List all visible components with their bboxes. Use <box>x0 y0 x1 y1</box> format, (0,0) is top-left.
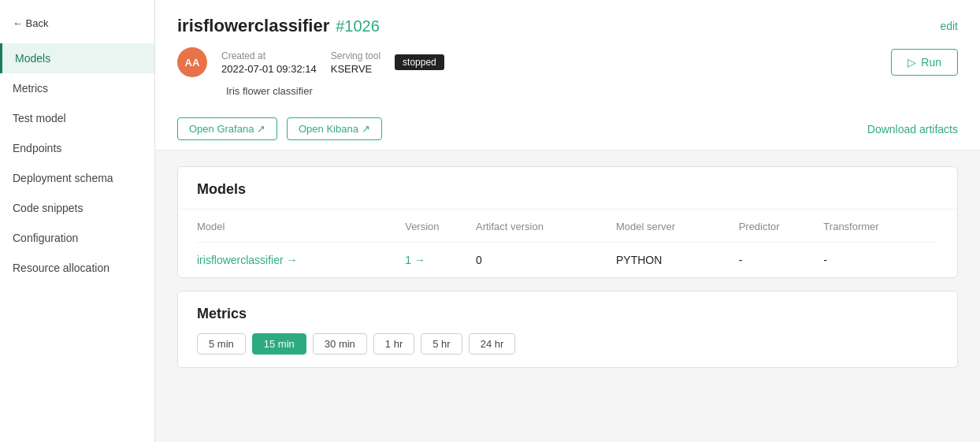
time-tabs: 5 min 15 min 30 min 1 hr 5 hr 24 hr <box>178 333 957 367</box>
cell-predictor: - <box>739 243 824 278</box>
metrics-card-title: Metrics <box>178 292 957 333</box>
main-content: irisflowerclassifier #1026 edit AA Creat… <box>155 0 980 442</box>
time-tab-5hr[interactable]: 5 hr <box>421 333 462 355</box>
model-id: #1026 <box>336 17 380 35</box>
cell-version: 1 → <box>405 243 476 278</box>
col-model: Model <box>197 210 405 243</box>
download-artifacts-link[interactable]: Download artifacts <box>867 123 958 136</box>
sidebar-item-deployment-schema[interactable]: Deployment schema <box>0 163 154 193</box>
col-transformer: Transformer <box>823 210 938 243</box>
run-button[interactable]: ▷ Run <box>891 49 958 76</box>
sidebar-item-endpoints[interactable]: Endpoints <box>0 133 154 163</box>
model-name: irisflowerclassifier <box>177 16 329 36</box>
cell-artifact-version: 0 <box>476 243 616 278</box>
sidebar-item-metrics[interactable]: Metrics <box>0 73 154 103</box>
serving-tool-meta: Serving tool KSERVE <box>331 50 380 75</box>
models-card-title: Models <box>178 167 957 210</box>
created-at-label: Created at <box>221 50 317 61</box>
created-at-meta: Created at 2022-07-01 09:32:14 <box>221 50 317 75</box>
open-kibana-button[interactable]: Open Kibana ↗ <box>287 117 382 140</box>
cell-model: irisflowerclassifier → <box>197 243 405 278</box>
open-grafana-button[interactable]: Open Grafana ↗ <box>177 117 277 140</box>
cell-model-server: PYTHON <box>616 243 739 278</box>
version-link[interactable]: 1 → <box>405 254 425 266</box>
sidebar-item-test-model[interactable]: Test model <box>0 103 154 133</box>
run-label: Run <box>921 56 941 69</box>
page-header: irisflowerclassifier #1026 edit AA Creat… <box>155 0 980 150</box>
sidebar: ← Back Models Metrics Test model Endpoin… <box>0 0 155 442</box>
cell-transformer: - <box>823 243 938 278</box>
models-table-wrapper: Model Version Artifact version Model ser… <box>178 210 957 277</box>
models-card: Models Model Version Artifact version Mo… <box>177 166 958 278</box>
status-badge: stopped <box>395 54 444 70</box>
avatar: AA <box>177 47 207 77</box>
time-tab-5min[interactable]: 5 min <box>197 333 246 355</box>
sidebar-item-models[interactable]: Models <box>0 43 154 73</box>
created-at-value: 2022-07-01 09:32:14 <box>221 63 317 75</box>
actions-row: Open Grafana ↗ Open Kibana ↗ Download ar… <box>177 108 958 150</box>
sidebar-nav: Models Metrics Test model Endpoints Depl… <box>0 43 154 283</box>
page-title: irisflowerclassifier #1026 <box>177 16 380 36</box>
sidebar-item-configuration[interactable]: Configuration <box>0 223 154 253</box>
content-area: Models Model Version Artifact version Mo… <box>155 150 980 384</box>
time-tab-24hr[interactable]: 24 hr <box>469 333 516 355</box>
back-button[interactable]: ← Back <box>0 9 154 37</box>
table-header-row: Model Version Artifact version Model ser… <box>197 210 938 243</box>
time-tab-30min[interactable]: 30 min <box>313 333 367 355</box>
title-row: irisflowerclassifier #1026 edit <box>177 16 958 36</box>
col-predictor: Predictor <box>739 210 824 243</box>
time-tab-15min[interactable]: 15 min <box>252 333 306 355</box>
model-description: Iris flower classifier <box>177 85 958 97</box>
time-tab-1hr[interactable]: 1 hr <box>373 333 414 355</box>
sidebar-item-resource-allocation[interactable]: Resource allocation <box>0 253 154 283</box>
sidebar-item-code-snippets[interactable]: Code snippets <box>0 193 154 223</box>
run-icon: ▷ <box>908 56 916 69</box>
models-table: Model Version Artifact version Model ser… <box>197 210 938 277</box>
metrics-card: Metrics 5 min 15 min 30 min 1 hr 5 hr 24… <box>177 291 958 368</box>
col-model-server: Model server <box>616 210 739 243</box>
model-link[interactable]: irisflowerclassifier → <box>197 254 298 266</box>
edit-link[interactable]: edit <box>940 20 958 32</box>
serving-tool-label: Serving tool <box>331 50 380 61</box>
table-row: irisflowerclassifier → 1 → 0 PYTHON - - <box>197 243 938 278</box>
col-artifact-version: Artifact version <box>476 210 616 243</box>
col-version: Version <box>405 210 476 243</box>
serving-tool-value: KSERVE <box>331 63 380 75</box>
